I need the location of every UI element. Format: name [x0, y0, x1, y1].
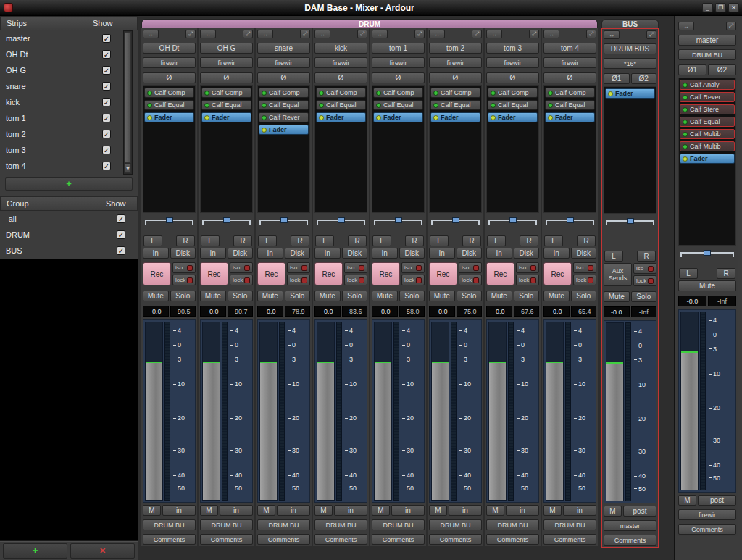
phase-button[interactable]: Ø: [200, 72, 253, 83]
pan-left-button[interactable]: L: [430, 235, 449, 246]
panner[interactable]: LR: [429, 214, 482, 246]
processor-box[interactable]: Fader: [604, 86, 656, 214]
solo-button[interactable]: Solo: [514, 291, 540, 301]
meter-point-button[interactable]: in: [563, 505, 596, 516]
pan-right-button[interactable]: R: [637, 251, 656, 262]
mute-button[interactable]: Mute: [429, 291, 455, 301]
strip-show-checkbox[interactable]: ✓: [102, 66, 111, 75]
comments-button[interactable]: Comments: [257, 534, 310, 545]
scrollbar-down-icon[interactable]: ▼: [125, 164, 131, 173]
pan-handle-icon[interactable]: [567, 217, 574, 223]
pan-handle-icon[interactable]: [509, 217, 517, 223]
phase-button[interactable]: Ø2: [631, 73, 657, 84]
input-monitor-button[interactable]: In: [486, 248, 512, 259]
plugin-processor[interactable]: Calf Equal: [259, 100, 309, 110]
fader-processor[interactable]: Fader: [373, 112, 423, 122]
pan-left-button[interactable]: L: [143, 235, 162, 246]
solo-isolate-button[interactable]: iso: [516, 262, 539, 273]
pan-handle-icon[interactable]: [223, 217, 230, 223]
strip-show-checkbox[interactable]: ✓: [102, 82, 111, 91]
solo-isolate-button[interactable]: iso: [230, 262, 253, 273]
gain-display[interactable]: -0.0: [486, 306, 512, 317]
pan-handle-icon[interactable]: [452, 217, 459, 223]
output-button[interactable]: DRUM BU: [429, 519, 482, 530]
strip-name-button[interactable]: OH Dt: [143, 43, 196, 54]
strip-width-icon[interactable]: ↔: [486, 30, 502, 38]
pan-left-button[interactable]: L: [604, 251, 623, 262]
strip-width-icon[interactable]: ↔: [143, 30, 159, 38]
strip-list-row[interactable]: tom 2✓: [0, 126, 138, 142]
mono-button[interactable]: M: [257, 505, 275, 516]
panner[interactable]: LR: [486, 214, 539, 246]
output-button[interactable]: master: [604, 520, 656, 531]
peak-display[interactable]: -58.0: [399, 306, 425, 317]
processor-box[interactable]: Calf CompCalf EqualFader: [372, 85, 425, 213]
processor-box[interactable]: Calf CompCalf EqualFader: [314, 85, 367, 213]
pan-left-button[interactable]: L: [201, 235, 220, 246]
strip-list-row[interactable]: snare✓: [0, 78, 138, 94]
plugin-processor[interactable]: Calf Equal: [373, 100, 423, 110]
strip-width-icon[interactable]: ↔: [257, 30, 273, 38]
mute-button[interactable]: Mute: [543, 291, 570, 301]
record-enable-button[interactable]: Rec: [257, 262, 285, 285]
group-show-checkbox[interactable]: ✓: [117, 246, 125, 255]
strip-show-checkbox[interactable]: ✓: [102, 34, 111, 43]
phase-button[interactable]: Ø2: [708, 64, 736, 75]
plugin-processor[interactable]: Calf Equal: [316, 100, 366, 110]
output-button[interactable]: DRUM BU: [143, 519, 196, 530]
mono-button[interactable]: M: [543, 505, 562, 516]
strip-width-icon[interactable]: ↔: [543, 30, 559, 38]
record-enable-button[interactable]: Rec: [200, 262, 228, 285]
solo-button[interactable]: Solo: [457, 291, 483, 301]
solo-isolate-button[interactable]: iso: [459, 262, 482, 273]
strip-name-button[interactable]: snare: [257, 43, 310, 54]
strip-list-row[interactable]: tom 3✓: [0, 142, 138, 158]
solo-lock-button[interactable]: lock: [287, 275, 310, 285]
gain-fader[interactable]: [317, 322, 335, 501]
meter-point-button[interactable]: in: [449, 505, 482, 516]
processor-box[interactable]: Calf AnalyCalf ReverCalf StereCalf Equal…: [678, 78, 736, 246]
input-button[interactable]: DRUM BU: [678, 49, 736, 60]
strip-list-row[interactable]: OH Dt✓: [0, 46, 138, 62]
plugin-processor[interactable]: Calf Rever: [259, 112, 309, 122]
comments-button[interactable]: Comments: [486, 534, 539, 545]
meter-point-button[interactable]: in: [162, 505, 196, 516]
solo-lock-button[interactable]: lock: [459, 275, 482, 285]
processor-box[interactable]: Calf CompCalf EqualFader: [543, 85, 596, 213]
peak-display[interactable]: -90.7: [228, 306, 254, 317]
input-button[interactable]: *16*: [604, 58, 656, 69]
solo-isolate-button[interactable]: iso: [633, 263, 656, 274]
mono-button[interactable]: M: [372, 505, 390, 516]
gain-display[interactable]: -0.0: [429, 306, 455, 317]
solo-lock-button[interactable]: lock: [633, 275, 656, 286]
solo-button[interactable]: Solo: [571, 291, 597, 301]
close-button[interactable]: ✕: [728, 3, 739, 12]
peak-display[interactable]: -75.0: [457, 306, 483, 317]
mute-button[interactable]: Mute: [200, 291, 226, 301]
strip-hide-icon[interactable]: ⤢: [414, 30, 425, 38]
mute-button[interactable]: Mute: [486, 291, 512, 301]
group-list-row[interactable]: DRUM✓: [0, 227, 138, 243]
solo-button[interactable]: Solo: [342, 291, 368, 301]
plugin-processor[interactable]: Calf Comp: [430, 88, 480, 98]
pan-handle-icon[interactable]: [166, 217, 173, 223]
strip-hide-icon[interactable]: ⤢: [726, 22, 736, 30]
processor-box[interactable]: Calf CompCalf EqualFader: [429, 85, 482, 213]
phase-button[interactable]: Ø1: [604, 73, 630, 84]
strip-list-row[interactable]: OH G✓: [0, 62, 138, 78]
processor-box[interactable]: Calf CompCalf EqualFader: [486, 85, 539, 213]
group-show-header-label[interactable]: Show: [106, 199, 137, 208]
output-button[interactable]: DRUM BU: [257, 519, 310, 530]
record-enable-button[interactable]: Rec: [486, 262, 514, 285]
input-monitor-button[interactable]: In: [543, 248, 570, 259]
strip-hide-icon[interactable]: ⤢: [243, 30, 253, 38]
comments-button[interactable]: Comments: [143, 534, 196, 545]
gain-fader[interactable]: [374, 322, 392, 501]
solo-lock-button[interactable]: lock: [230, 275, 253, 285]
input-monitor-button[interactable]: In: [314, 248, 341, 259]
solo-lock-button[interactable]: lock: [344, 275, 367, 285]
panner[interactable]: LR: [678, 247, 736, 279]
comments-button[interactable]: Comments: [200, 534, 253, 545]
fader-processor[interactable]: Fader: [201, 112, 251, 122]
solo-lock-button[interactable]: lock: [573, 275, 596, 285]
